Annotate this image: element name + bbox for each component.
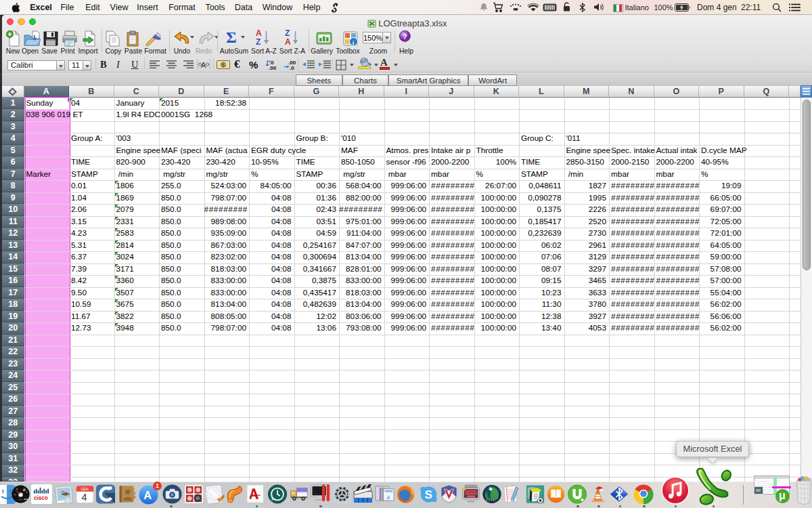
svg-text:Z: Z: [285, 28, 290, 38]
svg-text:A: A: [256, 28, 262, 38]
svg-text:A: A: [285, 37, 291, 46]
svg-text:GEN: GEN: [81, 487, 89, 491]
svg-text:.00: .00: [269, 65, 277, 70]
svg-text:A: A: [143, 489, 152, 501]
svg-text:S: S: [425, 488, 432, 501]
svg-text:?: ?: [403, 33, 407, 41]
svg-text:Z: Z: [256, 37, 261, 46]
svg-text:$: $: [222, 62, 225, 68]
svg-text:a: a: [386, 493, 390, 501]
svg-text:LITE: LITE: [486, 497, 496, 502]
svg-text:4: 4: [81, 492, 87, 503]
svg-text:cisco: cisco: [34, 495, 48, 501]
svg-text:.0: .0: [290, 65, 294, 70]
